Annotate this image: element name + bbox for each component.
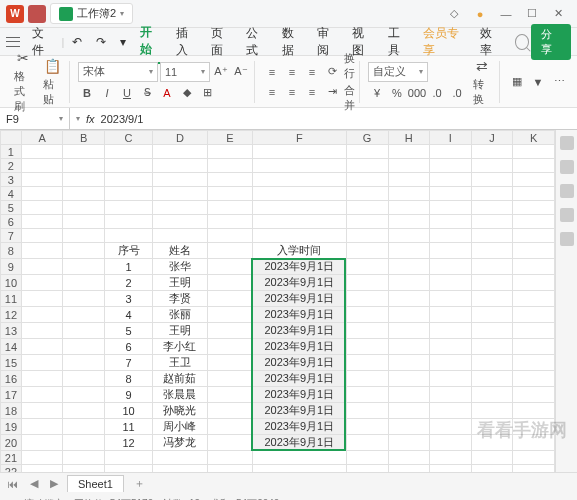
align-top-icon[interactable]: ≡ xyxy=(263,63,281,81)
dec-dec-icon[interactable]: .0 xyxy=(448,84,466,102)
panel-icon-1[interactable] xyxy=(560,136,574,150)
cell[interactable] xyxy=(471,403,513,419)
tab-page[interactable]: 页面 xyxy=(205,21,238,63)
cell[interactable] xyxy=(513,323,555,339)
cell[interactable] xyxy=(430,201,472,215)
cell[interactable] xyxy=(63,259,105,275)
row-header[interactable]: 7 xyxy=(1,229,22,243)
row-header[interactable]: 15 xyxy=(1,355,22,371)
row-header[interactable]: 19 xyxy=(1,419,22,435)
cell[interactable] xyxy=(471,259,513,275)
cell[interactable] xyxy=(21,159,63,173)
row-header[interactable]: 2 xyxy=(1,159,22,173)
cell[interactable] xyxy=(513,419,555,435)
cell[interactable] xyxy=(207,187,252,201)
cell[interactable] xyxy=(252,451,346,465)
cell[interactable]: 赵前茹 xyxy=(153,371,208,387)
cell[interactable] xyxy=(471,355,513,371)
cell[interactable] xyxy=(388,307,430,323)
filter-icon[interactable]: ▼ xyxy=(529,73,547,91)
row-header[interactable]: 1 xyxy=(1,145,22,159)
cell[interactable] xyxy=(63,435,105,451)
cell[interactable] xyxy=(21,419,63,435)
cell[interactable] xyxy=(153,215,208,229)
cell[interactable]: 冯梦龙 xyxy=(153,435,208,451)
cell[interactable] xyxy=(388,371,430,387)
cell[interactable] xyxy=(471,435,513,451)
tab-tools[interactable]: 工具 xyxy=(382,21,415,63)
cell[interactable] xyxy=(346,403,388,419)
cell-reference-input[interactable]: F9▾ xyxy=(0,108,70,129)
cell[interactable] xyxy=(346,435,388,451)
cell[interactable]: 姓名 xyxy=(153,243,208,259)
cell[interactable] xyxy=(471,187,513,201)
cell[interactable] xyxy=(21,465,63,473)
cell[interactable] xyxy=(430,403,472,419)
cell[interactable]: 2023年9月1日 xyxy=(252,275,346,291)
cell[interactable] xyxy=(513,159,555,173)
menu-undo-icon[interactable]: ↶ xyxy=(66,31,88,53)
row-header[interactable]: 20 xyxy=(1,435,22,451)
cell[interactable] xyxy=(430,339,472,355)
cell[interactable] xyxy=(513,243,555,259)
convert-button[interactable]: ⇄ 转换 xyxy=(469,55,495,109)
cell[interactable]: 2023年9月1日 xyxy=(252,323,346,339)
cell[interactable] xyxy=(63,451,105,465)
tab-formula[interactable]: 公式 xyxy=(240,21,273,63)
cell[interactable] xyxy=(346,387,388,403)
cell[interactable] xyxy=(207,229,252,243)
row-header[interactable]: 12 xyxy=(1,307,22,323)
cell[interactable] xyxy=(388,201,430,215)
cell[interactable]: 孙晓光 xyxy=(153,403,208,419)
cell[interactable]: 2023年9月1日 xyxy=(252,259,346,275)
cell[interactable] xyxy=(63,201,105,215)
cell[interactable]: 2023年9月1日 xyxy=(252,419,346,435)
cell[interactable] xyxy=(388,215,430,229)
cell[interactable] xyxy=(252,159,346,173)
font-size-select[interactable]: 11▾ xyxy=(160,62,210,82)
cell[interactable] xyxy=(471,291,513,307)
cell[interactable] xyxy=(252,173,346,187)
cell[interactable] xyxy=(513,215,555,229)
row-header[interactable]: 13 xyxy=(1,323,22,339)
cell[interactable] xyxy=(63,173,105,187)
cell[interactable] xyxy=(207,201,252,215)
row-header[interactable]: 5 xyxy=(1,201,22,215)
cell[interactable] xyxy=(21,259,63,275)
cell[interactable] xyxy=(388,465,430,473)
cell[interactable] xyxy=(153,159,208,173)
cell[interactable] xyxy=(105,451,153,465)
cell[interactable] xyxy=(207,465,252,473)
cell[interactable] xyxy=(346,229,388,243)
cell[interactable] xyxy=(346,159,388,173)
cell[interactable] xyxy=(21,187,63,201)
cell[interactable] xyxy=(430,275,472,291)
menu-save-icon[interactable]: ▾ xyxy=(114,31,132,53)
cell[interactable] xyxy=(430,465,472,473)
cell[interactable] xyxy=(105,215,153,229)
cell[interactable]: 1 xyxy=(105,259,153,275)
format-brush-button[interactable]: ✂ 格式刷 xyxy=(10,47,36,116)
cell[interactable] xyxy=(346,201,388,215)
cell[interactable] xyxy=(63,355,105,371)
more-icon[interactable]: ⋯ xyxy=(550,73,568,91)
font-name-select[interactable]: 宋体▾ xyxy=(78,62,158,82)
cell[interactable] xyxy=(388,323,430,339)
cell[interactable] xyxy=(207,419,252,435)
select-all-corner[interactable] xyxy=(1,131,22,145)
cell[interactable] xyxy=(471,173,513,187)
cell[interactable] xyxy=(21,451,63,465)
cell[interactable]: 李贤 xyxy=(153,291,208,307)
cell[interactable]: 入学时间 xyxy=(252,243,346,259)
cell[interactable] xyxy=(471,229,513,243)
cell[interactable] xyxy=(346,187,388,201)
cell[interactable]: 10 xyxy=(105,403,153,419)
cell[interactable] xyxy=(388,229,430,243)
cell[interactable]: 王明 xyxy=(153,323,208,339)
cell[interactable] xyxy=(153,201,208,215)
column-header[interactable]: C xyxy=(105,131,153,145)
cell[interactable] xyxy=(513,291,555,307)
cell[interactable] xyxy=(21,323,63,339)
cell[interactable] xyxy=(207,145,252,159)
cell[interactable] xyxy=(21,215,63,229)
